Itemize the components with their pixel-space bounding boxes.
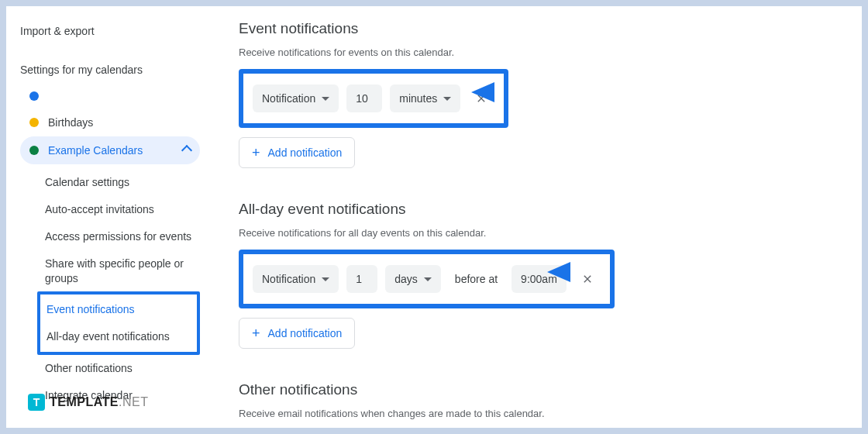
watermark: T TEMPLATE.NET xyxy=(28,394,148,411)
calendar-label: Birthdays xyxy=(48,116,93,129)
sidebar-section-title: Settings for my calendars xyxy=(20,64,200,76)
subitem-auto-accept[interactable]: Auto-accept invitations xyxy=(39,196,200,223)
caret-down-icon xyxy=(322,97,329,101)
section-allday-notifications: All-day event notifications Receive noti… xyxy=(239,201,831,349)
calendar-label: Example Calendars xyxy=(48,144,143,157)
settings-window: Import & export Settings for my calendar… xyxy=(6,6,862,428)
allday-type-label: Notification xyxy=(262,273,315,285)
section-other-notifications: Other notifications Receive email notifi… xyxy=(239,381,831,419)
annotation-arrow xyxy=(547,256,604,291)
sidebar: Import & export Settings for my calendar… xyxy=(6,6,208,428)
section-desc: Receive notifications for all day events… xyxy=(239,227,831,239)
sidebar-import-export[interactable]: Import & export xyxy=(20,20,200,42)
annotation-arrow xyxy=(471,76,529,112)
main-content: Event notifications Receive notification… xyxy=(208,6,862,428)
notification-unit-select[interactable]: minutes xyxy=(390,84,460,112)
sidebar-highlight: Event notifications All-day event notifi… xyxy=(37,291,200,355)
add-notification-label: Add notification xyxy=(268,146,343,159)
calendar-item-birthdays[interactable]: Birthdays xyxy=(20,108,200,136)
watermark-text: TEMPLATE.NET xyxy=(50,395,148,409)
allday-value: 1 xyxy=(356,273,362,285)
section-desc: Receive email notifications when changes… xyxy=(239,408,831,419)
caret-down-icon xyxy=(424,277,432,281)
notification-type-select[interactable]: Notification xyxy=(253,84,339,112)
calendar-item-example[interactable]: Example Calendars xyxy=(20,136,200,164)
notification-unit-label: minutes xyxy=(399,92,437,105)
calendar-color-dot xyxy=(29,91,39,101)
add-notification-button[interactable]: + Add notification xyxy=(239,137,355,168)
subitem-event-notifications[interactable]: Event notifications xyxy=(40,296,197,323)
calendar-color-dot xyxy=(29,146,39,155)
calendar-item-unnamed[interactable] xyxy=(20,84,200,108)
caret-down-icon xyxy=(322,277,329,281)
notification-value-input[interactable]: 10 xyxy=(346,84,382,112)
section-desc: Receive notifications for events on this… xyxy=(239,46,831,58)
calendar-sub-list: Calendar settings Auto-accept invitation… xyxy=(20,164,200,414)
caret-down-icon xyxy=(443,97,451,101)
section-event-notifications: Event notifications Receive notification… xyxy=(239,20,831,168)
allday-type-select[interactable]: Notification xyxy=(253,265,339,293)
allday-value-input[interactable]: 1 xyxy=(346,265,377,293)
plus-icon: + xyxy=(252,146,260,160)
notification-value: 10 xyxy=(356,92,368,105)
subitem-share[interactable]: Share with specific people or groups xyxy=(39,250,200,292)
subitem-allday-notifications[interactable]: All-day event notifications xyxy=(40,323,197,350)
allday-before-label: before at xyxy=(449,265,504,293)
section-title: Event notifications xyxy=(239,20,831,37)
calendar-color-dot xyxy=(29,118,39,127)
subitem-calendar-settings[interactable]: Calendar settings xyxy=(39,169,200,196)
section-title: All-day event notifications xyxy=(239,201,831,218)
allday-unit-select[interactable]: days xyxy=(385,265,441,293)
subitem-access-permissions[interactable]: Access permissions for events xyxy=(39,223,200,250)
chevron-up-icon xyxy=(181,145,192,156)
event-notification-row-highlight: Notification 10 minutes xyxy=(239,69,508,128)
plus-icon: + xyxy=(252,326,260,340)
subitem-other-notifications[interactable]: Other notifications xyxy=(39,355,200,382)
section-title: Other notifications xyxy=(239,381,831,398)
add-allday-notification-button[interactable]: + Add notification xyxy=(239,318,355,349)
add-allday-label: Add notification xyxy=(268,327,343,339)
notification-type-label: Notification xyxy=(262,92,315,105)
allday-unit-label: days xyxy=(394,273,418,285)
watermark-logo: T xyxy=(28,394,45,411)
